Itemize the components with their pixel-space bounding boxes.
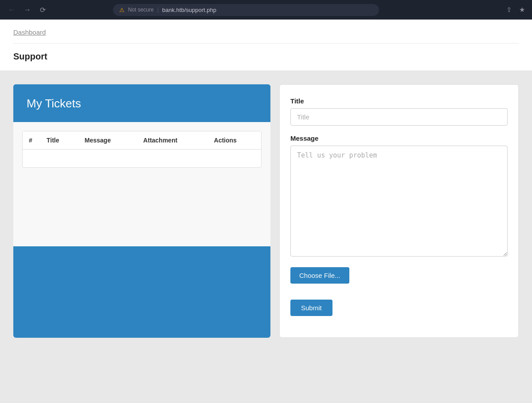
tickets-title: My Tickets bbox=[27, 97, 257, 111]
message-group: Message bbox=[290, 134, 508, 258]
tickets-table: # Title Message Attachment Actions bbox=[23, 131, 261, 167]
tickets-body: # Title Message Attachment Actions bbox=[13, 122, 270, 246]
back-button[interactable]: ← bbox=[5, 4, 18, 16]
col-number: # bbox=[23, 131, 40, 150]
browser-right-icons: ⇪ ★ bbox=[505, 4, 527, 16]
form-panel: Title Message Choose File... Submit bbox=[279, 84, 519, 338]
address-bar: ⚠ Not secure | bank.htb/support.php bbox=[113, 4, 379, 16]
choose-file-button[interactable]: Choose File... bbox=[290, 267, 349, 284]
table-empty-row bbox=[23, 150, 261, 167]
title-input[interactable] bbox=[290, 108, 508, 126]
reload-button[interactable]: ⟳ bbox=[37, 4, 48, 16]
tickets-header: My Tickets bbox=[13, 84, 270, 122]
warning-icon: ⚠ bbox=[119, 7, 125, 13]
message-label: Message bbox=[290, 134, 508, 142]
title-label: Title bbox=[290, 97, 508, 105]
not-secure-label: Not secure bbox=[128, 7, 154, 13]
title-group: Title bbox=[290, 97, 508, 126]
dashboard-link[interactable]: Dashboard bbox=[13, 20, 519, 43]
forward-button[interactable]: → bbox=[21, 4, 34, 16]
col-attachment: Attachment bbox=[137, 131, 207, 150]
col-title: Title bbox=[40, 131, 78, 150]
message-textarea[interactable] bbox=[290, 146, 508, 257]
address-separator: | bbox=[157, 7, 159, 13]
submit-button[interactable]: Submit bbox=[290, 300, 332, 316]
tickets-table-container: # Title Message Attachment Actions bbox=[22, 131, 262, 168]
col-message: Message bbox=[78, 131, 137, 150]
browser-chrome: ← → ⟳ ⚠ Not secure | bank.htb/support.ph… bbox=[0, 0, 532, 20]
main-content: My Tickets # Title Message Attachment Ac… bbox=[4, 71, 528, 351]
file-group: Choose File... bbox=[290, 267, 508, 291]
bookmark-button[interactable]: ★ bbox=[517, 4, 527, 16]
page-title: Support bbox=[13, 43, 519, 71]
col-actions: Actions bbox=[208, 131, 261, 150]
share-button[interactable]: ⇪ bbox=[505, 4, 514, 16]
url-text[interactable]: bank.htb/support.php bbox=[162, 7, 216, 13]
submit-group: Submit bbox=[290, 300, 508, 316]
tickets-panel: My Tickets # Title Message Attachment Ac… bbox=[13, 84, 270, 338]
page-header: Dashboard Support bbox=[0, 20, 532, 71]
